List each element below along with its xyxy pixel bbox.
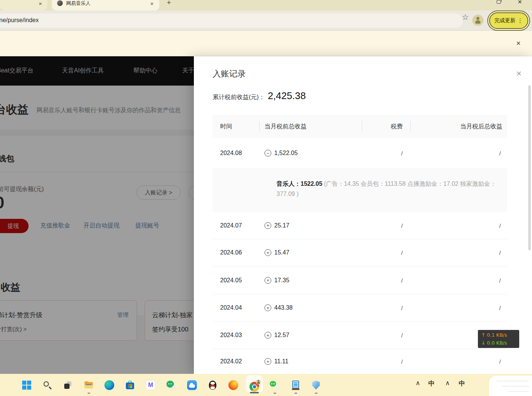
header-divider	[362, 121, 362, 132]
running-indicator	[315, 393, 317, 394]
tray-chevron-up-icon[interactable]: ∧	[416, 379, 420, 387]
table-header-row: 时间 当月税前总收益 税费 当月税后总收益	[213, 115, 507, 138]
row-detail-panel: 音乐人：1522.05 (广告：14.35 会员包：1113.58 点播激励金：…	[213, 168, 507, 212]
window-close-button[interactable]: ×	[518, 0, 522, 6]
row-month: 2024.08	[220, 150, 242, 157]
browser-tab-strip: × 网易音乐人 × + ×	[0, 0, 532, 11]
collapse-minus-icon[interactable]: −	[264, 150, 271, 157]
security-shield-icon[interactable]	[311, 380, 321, 390]
table-row: 2024.04 +443.38 / /	[213, 294, 507, 322]
col-header-pretax: 当月税前总收益	[264, 123, 307, 131]
notepad-icon[interactable]	[291, 380, 301, 390]
row-tax: /	[363, 250, 403, 256]
income-records-drawer: × 入账记录 累计税前收益(元)： 2,425.38 时间 当月税前总收益 税费…	[194, 56, 532, 374]
ime-language-indicator[interactable]: 中	[428, 379, 435, 388]
url-text: ne/purse/index	[0, 17, 39, 24]
update-button-label: 完成更新	[494, 17, 515, 24]
netease-favicon-icon	[57, 0, 63, 6]
row-aftertax: /	[410, 305, 501, 311]
m-app-icon[interactable]: M	[146, 380, 156, 390]
corner-popup-panel	[489, 376, 532, 396]
drawer-close-icon[interactable]: ×	[516, 69, 521, 78]
row-amount: 1,522.05	[274, 150, 298, 157]
row-aftertax: /	[410, 222, 501, 229]
running-indicator	[274, 393, 276, 394]
firefox-icon[interactable]	[228, 380, 238, 390]
net-speed-overlay: ↑ 0.1 KB/s ↓ 0.0 KB/s	[478, 330, 519, 348]
browser-infobar: ×	[0, 31, 532, 56]
running-indicator	[88, 393, 90, 394]
edge-browser-icon[interactable]	[104, 380, 114, 390]
row-month: 2024.03	[220, 332, 242, 339]
col-header-aftertax: 当月税后总收益	[410, 123, 502, 131]
row-tax: /	[363, 150, 403, 157]
ime-language-indicator[interactable]: 中	[459, 379, 465, 388]
new-tab-button[interactable]: +	[167, 0, 171, 7]
infobar-close-icon[interactable]: ×	[516, 39, 521, 48]
window-restore-button[interactable]	[497, 0, 501, 4]
table-row: 2024.03 +12.57 / /	[213, 322, 507, 349]
income-records-table: 时间 当月税前总收益 税费 当月税后总收益 2024.08 −1,522.05 …	[213, 115, 507, 374]
chrome-update-button[interactable]: 完成更新 ⋮	[489, 12, 528, 29]
task-view-icon[interactable]	[63, 380, 73, 390]
wechat-mini-icon[interactable]	[166, 380, 176, 390]
header-divider	[410, 121, 411, 132]
col-header-tax: 税费	[363, 123, 403, 131]
cumulative-income-summary: 累计税前收益(元)： 2,425.38	[213, 90, 306, 102]
search-icon[interactable]	[42, 380, 52, 390]
col-header-month: 时间	[220, 123, 232, 131]
expand-plus-icon[interactable]: +	[264, 249, 271, 256]
running-indicator	[295, 393, 297, 394]
tab-title: 网易音乐人	[66, 0, 91, 7]
row-amount: 15.47	[274, 249, 289, 256]
expand-plus-icon[interactable]: +	[264, 332, 271, 339]
row-aftertax: /	[410, 277, 501, 283]
browser-toolbar: ne/purse/index ☆ 完成更新 ⋮	[0, 11, 532, 31]
row-amount: 17.35	[274, 277, 289, 284]
profile-avatar[interactable]	[472, 15, 484, 26]
address-bar[interactable]: ne/purse/index	[0, 14, 463, 28]
bookmark-star-icon[interactable]: ☆	[462, 13, 469, 22]
row-tax: /	[363, 305, 403, 311]
detail-main-text: 音乐人：1522.05	[277, 181, 324, 187]
windows-taskbar: M ∧ 中 ∧ 中	[0, 374, 532, 396]
kebab-menu-icon[interactable]: ⋮	[517, 17, 523, 24]
row-amount: 25.17	[274, 222, 289, 229]
row-month: 2024.04	[220, 304, 242, 311]
header-divider	[259, 121, 260, 132]
row-month: 2024.02	[220, 358, 242, 365]
table-row: 2024.02 +11.11 / /	[213, 349, 507, 374]
summary-label: 累计税前收益(元)：	[213, 93, 265, 101]
row-aftertax: /	[410, 250, 501, 256]
start-button-icon[interactable]	[22, 380, 32, 390]
active-indicator	[250, 392, 259, 393]
tray-chevron-up-icon[interactable]: ∧	[445, 379, 450, 387]
row-tax: /	[363, 222, 403, 229]
row-month: 2024.05	[220, 277, 242, 284]
file-explorer-icon[interactable]	[84, 380, 94, 390]
expand-plus-icon[interactable]: +	[264, 222, 271, 229]
expand-plus-icon[interactable]: +	[264, 277, 271, 284]
tab-close-icon[interactable]: ×	[39, 0, 42, 7]
table-row: 2024.06 +15.47 / /	[213, 239, 507, 267]
wechat-icon[interactable]	[270, 380, 280, 390]
summary-value: 2,425.38	[268, 90, 306, 102]
row-amount: 12.57	[274, 332, 289, 339]
upload-arrow-icon: ↑	[481, 332, 485, 338]
upload-speed: 0.1 KB/s	[487, 332, 507, 338]
expand-plus-icon[interactable]: +	[264, 304, 271, 311]
row-tax: /	[363, 277, 403, 283]
table-row: 2024.05 +17.35 / /	[213, 267, 507, 294]
chrome-icon[interactable]	[249, 382, 259, 391]
expand-plus-icon[interactable]: +	[264, 358, 271, 365]
tab-close-icon[interactable]: ×	[150, 0, 154, 7]
row-amount: 11.11	[274, 358, 289, 365]
microsoft-store-icon[interactable]	[125, 380, 135, 390]
qq-icon[interactable]	[208, 380, 218, 390]
table-row: 2024.07 +25.17 / /	[213, 212, 507, 239]
cloud-drive-icon[interactable]	[187, 380, 197, 390]
row-aftertax: /	[410, 150, 501, 157]
row-amount: 443.38	[274, 304, 293, 311]
row-aftertax: /	[410, 358, 501, 365]
page-scrollbar[interactable]	[528, 85, 531, 250]
